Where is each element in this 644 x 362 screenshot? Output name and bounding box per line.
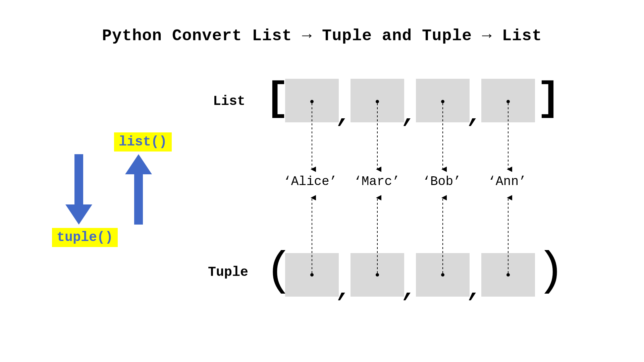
label-tuple: Tuple: [208, 265, 248, 280]
diagram-title: Python Convert List → Tuple and Tuple → …: [0, 27, 644, 45]
arrow-up-icon: [125, 154, 152, 225]
comma-icon: ,: [402, 278, 417, 302]
list-slot-1: [351, 79, 404, 122]
close-paren: ): [537, 248, 565, 295]
comma-icon: ,: [468, 104, 482, 127]
badge-tuple-fn: tuple(): [52, 228, 118, 247]
value-3: ‘Ann’: [488, 174, 526, 189]
list-slot-2: [416, 79, 470, 122]
label-list: List: [213, 94, 245, 109]
comma-icon: ,: [337, 104, 351, 127]
tuple-slot-3: [481, 253, 535, 297]
svg-marker-1: [65, 204, 92, 225]
list-slot-0: [285, 79, 339, 122]
value-1: ‘Marc’: [354, 174, 400, 189]
list-slot-3: [481, 79, 535, 122]
svg-rect-2: [134, 171, 143, 225]
badge-list-fn: list(): [114, 132, 172, 152]
close-square-bracket: ]: [537, 79, 561, 119]
comma-icon: ,: [468, 278, 482, 302]
tuple-slot-0: [285, 253, 339, 297]
value-0: ‘Alice’: [283, 174, 337, 189]
arrow-down-icon: [65, 154, 92, 225]
tuple-slot-2: [416, 253, 470, 297]
tuple-slot-1: [351, 253, 404, 297]
comma-icon: ,: [337, 278, 351, 302]
svg-marker-3: [125, 154, 152, 174]
value-2: ‘Bob’: [423, 174, 461, 189]
comma-icon: ,: [402, 104, 417, 127]
svg-rect-0: [74, 154, 83, 208]
